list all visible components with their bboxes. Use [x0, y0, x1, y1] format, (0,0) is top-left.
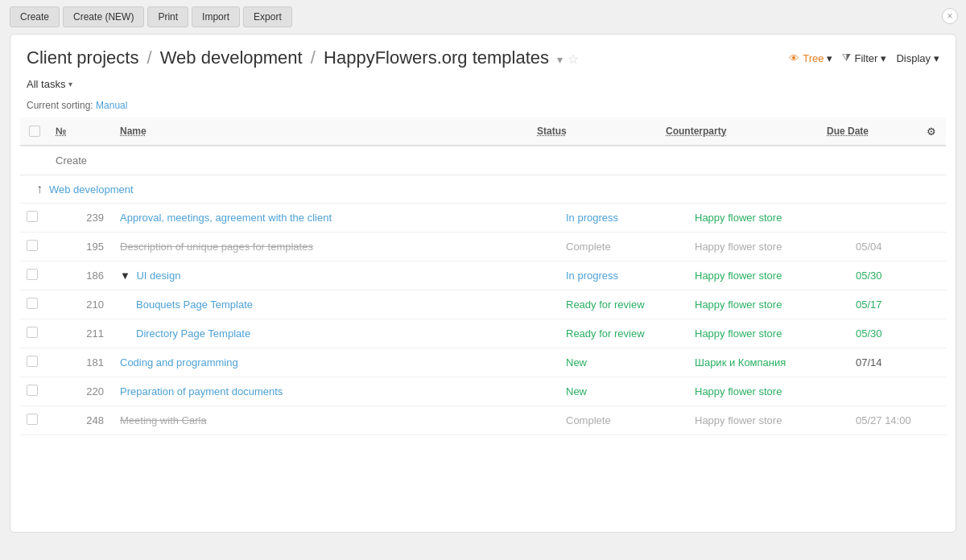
row-status: Complete [559, 410, 688, 431]
task-link[interactable]: Coding and programming [120, 356, 238, 369]
row-checkbox-cell [20, 322, 49, 345]
main-window: Create Create (NEW) Print Import Export … [0, 0, 966, 560]
task-link[interactable]: ▼ UI design [120, 270, 180, 282]
row-status: Ready for review [559, 294, 688, 315]
close-button[interactable]: × [942, 8, 958, 24]
dropdown-arrow-icon[interactable]: ▾ [557, 53, 563, 66]
row-counterparty[interactable]: Шарик и Компания [688, 352, 849, 373]
row-num: 186 [49, 265, 114, 286]
row-due-date [849, 213, 946, 223]
row-num: 210 [49, 294, 114, 315]
all-tasks-filter[interactable]: All tasks ▾ [27, 78, 72, 90]
row-num: 211 [49, 323, 114, 344]
task-link[interactable]: Approval, meetings, agreement with the c… [120, 212, 332, 224]
create-button[interactable]: Create [10, 6, 60, 27]
table-row: 248 Meeting with Carla Complete Happy fl… [20, 406, 946, 435]
tree-label: Tree [803, 52, 824, 64]
table-settings-icon[interactable]: ⚙ [917, 126, 946, 138]
select-all-checkbox[interactable] [29, 126, 40, 137]
display-button[interactable]: Display ▾ [896, 52, 939, 64]
table-row: 181 Coding and programming New Шарик и К… [20, 348, 946, 377]
row-name-cell: Directory Page Template [114, 323, 559, 344]
row-num: 239 [49, 207, 114, 229]
row-status: Complete [559, 236, 688, 257]
up-arrow-icon[interactable]: ↑ [36, 182, 43, 196]
row-counterparty[interactable]: Happy flower store [688, 381, 849, 402]
row-status: Ready for review [559, 323, 688, 344]
row-checkbox[interactable] [27, 240, 38, 251]
table-body: 239 Approval, meetings, agreement with t… [20, 204, 946, 435]
view-controls: 👁 Tree ▾ ⧩ Filter ▾ Display ▾ [789, 51, 939, 64]
all-tasks-label: All tasks [27, 78, 65, 90]
export-button[interactable]: Export [243, 6, 292, 27]
row-counterparty[interactable]: Happy flower store [688, 265, 849, 286]
row-counterparty: Happy flower store [688, 410, 849, 431]
table-row: 210 Bouquets Page Template Ready for rev… [20, 290, 946, 319]
parent-link[interactable]: Web development [49, 183, 134, 196]
breadcrumb-area: Client projects / Web development / Happ… [10, 35, 956, 75]
tree-view-button[interactable]: 👁 Tree ▾ [789, 52, 832, 64]
row-checkbox[interactable] [27, 298, 38, 309]
filter-label: Filter [854, 52, 877, 64]
breadcrumb-part-1[interactable]: Client projects [27, 47, 138, 68]
table-row: 220 Preparation of payment documents New… [20, 377, 946, 406]
table-row: 239 Approval, meetings, agreement with t… [20, 204, 946, 233]
row-counterparty[interactable]: Happy flower store [688, 323, 849, 344]
row-checkbox[interactable] [27, 356, 38, 367]
task-link[interactable]: Bouquets Page Template [136, 299, 253, 311]
header-checkbox[interactable] [20, 126, 49, 137]
row-checkbox-cell [20, 409, 49, 432]
sorting-value[interactable]: Manual [96, 100, 127, 111]
row-num: 248 [49, 410, 114, 431]
task-name: Meeting with Carla [120, 414, 207, 426]
breadcrumb-part-2[interactable]: Web development [160, 47, 303, 68]
row-name-cell: Coding and programming [114, 352, 559, 373]
create-new-button[interactable]: Create (NEW) [63, 6, 144, 27]
main-card: Client projects / Web development / Happ… [10, 34, 956, 533]
row-name-cell: ▼ UI design [114, 265, 559, 286]
create-row [20, 146, 946, 175]
star-icon[interactable]: ☆ [568, 52, 579, 66]
row-checkbox-cell [20, 264, 49, 287]
row-name-cell: Description of unique pages for template… [114, 236, 559, 257]
row-due-date: 05/04 [849, 236, 946, 257]
toggle-arrow-icon[interactable]: ▼ [120, 270, 133, 282]
table-row: 211 Directory Page Template Ready for re… [20, 319, 946, 348]
import-button[interactable]: Import [192, 6, 240, 27]
table-row: 195 Description of unique pages for temp… [20, 233, 946, 261]
row-due-date: 05/30 [849, 265, 946, 286]
row-status: New [559, 352, 688, 373]
row-num: 220 [49, 381, 114, 402]
print-button[interactable]: Print [147, 6, 188, 27]
parent-row: ↑ Web development [20, 175, 946, 204]
row-due-date: 05/30 [849, 323, 946, 344]
row-checkbox[interactable] [27, 327, 38, 338]
col-status-header[interactable]: Status [530, 122, 659, 140]
row-name-cell: Preparation of payment documents [114, 381, 559, 402]
create-input[interactable] [49, 150, 917, 171]
task-link[interactable]: Preparation of payment documents [120, 385, 283, 397]
col-due-date-header[interactable]: Due Date [820, 122, 917, 140]
row-name-cell: Bouquets Page Template [114, 294, 559, 315]
filter-button[interactable]: ⧩ Filter ▾ [842, 51, 886, 64]
close-icon: × [947, 10, 952, 22]
row-checkbox[interactable] [27, 211, 38, 222]
row-checkbox-cell [20, 380, 49, 403]
task-name: Description of unique pages for template… [120, 241, 313, 253]
row-checkbox[interactable] [27, 414, 38, 425]
row-due-date: 05/27 14:00 [849, 410, 946, 431]
col-num-header[interactable]: № [49, 122, 114, 140]
row-name-cell: Approval, meetings, agreement with the c… [114, 207, 559, 229]
sorting-bar: Current sorting: Manual [10, 97, 956, 117]
row-checkbox[interactable] [27, 385, 38, 396]
col-name-header[interactable]: Name [114, 122, 530, 140]
row-checkbox[interactable] [27, 269, 38, 280]
row-counterparty[interactable]: Happy flower store [688, 207, 849, 229]
display-dropdown-icon: ▾ [934, 52, 939, 64]
subtoolbar: All tasks ▾ [10, 75, 956, 97]
task-link[interactable]: Directory Page Template [136, 327, 250, 340]
row-num: 181 [49, 352, 114, 373]
col-counterparty-header[interactable]: Counterparty [659, 122, 820, 140]
row-counterparty[interactable]: Happy flower store [688, 294, 849, 315]
row-name-cell: Meeting with Carla [114, 410, 559, 431]
